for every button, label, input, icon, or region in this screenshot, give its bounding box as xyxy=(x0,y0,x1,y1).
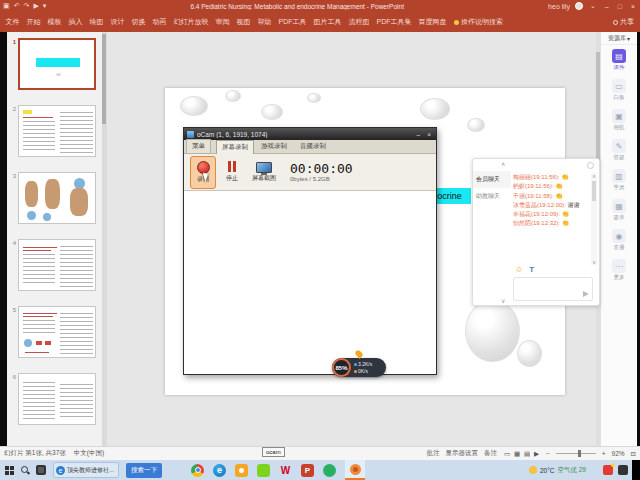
zoom-slider[interactable] xyxy=(556,453,596,454)
slide-1-preview[interactable] xyxy=(18,38,96,90)
thumbnail-slide-4[interactable]: 4 xyxy=(7,239,106,291)
ocam-window[interactable]: oCam (1, 6, 1919, 1074) – × 菜单 屏幕录制 游戏录制… xyxy=(183,127,437,375)
thumbnail-slide-6[interactable]: 6 xyxy=(7,373,106,425)
sidebar-item-more[interactable]: ⋯ 更多 xyxy=(601,255,637,285)
comments-toggle[interactable]: 批注 xyxy=(427,449,440,458)
tab-assistant-chat[interactable]: 助教聊天 xyxy=(473,188,511,205)
normal-view-icon[interactable]: ▭ xyxy=(504,450,510,457)
slideshow-view-icon[interactable]: ▶ xyxy=(534,450,539,457)
reading-view-icon[interactable]: ▤ xyxy=(524,450,530,457)
tab-insert[interactable]: 插入 xyxy=(65,15,86,29)
chat-input[interactable] xyxy=(513,277,593,301)
zoom-in-button[interactable]: + xyxy=(602,450,606,457)
orange-app-icon[interactable] xyxy=(235,464,248,477)
edge-icon[interactable]: e xyxy=(213,464,226,477)
undo-icon[interactable]: ↶ xyxy=(14,2,20,10)
green-app-icon[interactable] xyxy=(257,464,270,477)
tell-me-search[interactable]: 操作说明搜索 xyxy=(454,17,503,27)
tab-pdf-tools[interactable]: PDF工具 xyxy=(275,15,310,29)
speed-ball-widget[interactable]: 85% 3.2K/s 0K/s xyxy=(332,358,386,377)
browser-taskbar-button[interactable]: e 顶尖教师进修社... xyxy=(53,462,119,478)
tab-template[interactable]: 模板 xyxy=(44,15,65,29)
screen-capture-button[interactable]: 屏幕截图 xyxy=(248,156,280,189)
powerpoint-icon[interactable]: P xyxy=(301,464,314,477)
thumbnail-scrollbar[interactable] xyxy=(102,32,106,446)
task-view-icon[interactable] xyxy=(36,465,46,475)
close-button[interactable]: × xyxy=(629,3,637,10)
restore-button[interactable]: □ xyxy=(616,3,624,10)
ribbon-display-options-icon[interactable]: ⌄ xyxy=(588,2,598,10)
tab-slideshow[interactable]: 幻灯片放映 xyxy=(170,15,212,29)
ocam-close-button[interactable]: × xyxy=(425,131,433,138)
account-name[interactable]: heo lily xyxy=(548,3,570,10)
sidebar-item-students[interactable]: ▥ 学员 xyxy=(601,165,637,195)
start-button[interactable] xyxy=(5,466,14,475)
collapse-down-icon[interactable]: ∨ xyxy=(501,297,505,304)
avatar[interactable] xyxy=(575,2,583,10)
sidebar-item-whiteboard[interactable]: ▭ 白板 xyxy=(601,75,637,105)
stop-button[interactable]: 停止 xyxy=(222,156,242,189)
search-now-button[interactable]: 搜索一下 xyxy=(126,463,162,478)
display-settings-button[interactable]: 显示器设置 xyxy=(446,449,479,458)
slide-sorter-icon[interactable]: ▦ xyxy=(514,450,520,457)
sidebar-item-camera[interactable]: ▣ 相机 xyxy=(601,105,637,135)
tab-review[interactable]: 审阅 xyxy=(212,15,233,29)
sidebar-item-quiz[interactable]: ✎ 答题 xyxy=(601,135,637,165)
emoji-icon[interactable]: ☺ xyxy=(515,265,523,274)
notes-toggle[interactable]: 备注 xyxy=(484,449,497,458)
ocam-tab-audio-record[interactable]: 音频录制 xyxy=(294,139,332,153)
thumbnail-slide-5[interactable]: 5 xyxy=(7,306,106,358)
ocam-menu-button[interactable]: 菜单 xyxy=(186,139,211,153)
scroll-down-icon[interactable]: ∨ xyxy=(591,259,597,265)
chat-scrollbar[interactable]: ∧ ∨ xyxy=(591,173,597,265)
scroll-up-icon[interactable]: ∧ xyxy=(592,173,596,179)
wps-icon[interactable]: W xyxy=(279,464,292,477)
chat-message-list[interactable]: 梅丽丽(19:11:56): 👏 蚂蚁(19:11:56): 👏 千禧(19:1… xyxy=(513,173,589,265)
zoom-out-button[interactable]: − xyxy=(546,450,550,457)
weather-widget[interactable]: 20°C 空气优 29 xyxy=(529,466,586,475)
tab-animations[interactable]: 动画 xyxy=(149,15,170,29)
slide-4-preview[interactable] xyxy=(18,239,96,291)
save-icon[interactable]: ▣ xyxy=(3,2,10,10)
slide-6-preview[interactable] xyxy=(18,373,96,425)
slide-2-preview[interactable] xyxy=(18,105,96,157)
tab-help[interactable]: 帮助 xyxy=(254,15,275,29)
slide-3-preview[interactable] xyxy=(18,172,96,224)
send-icon[interactable] xyxy=(583,291,589,297)
tab-draw[interactable]: 绘图 xyxy=(86,15,107,29)
collapse-up-icon[interactable]: ∧ xyxy=(501,160,505,167)
slideshow-icon[interactable]: ▶ xyxy=(33,2,38,10)
resource-library-dropdown[interactable]: 资源库 ▾ xyxy=(601,32,637,45)
thumbnail-slide-1[interactable]: 1 xyxy=(7,38,106,90)
search-icon[interactable] xyxy=(21,466,29,474)
tab-baidu-netdisk[interactable]: 百度网盘 xyxy=(415,15,450,29)
tab-home[interactable]: 开始 xyxy=(23,15,44,29)
tab-pdf-toolset[interactable]: PDF工具集 xyxy=(373,15,415,29)
notification-icon-dark[interactable] xyxy=(618,465,628,475)
tab-view[interactable]: 视图 xyxy=(233,15,254,29)
ocam-tab-screen-record[interactable]: 屏幕录制 xyxy=(216,140,254,154)
notification-icon-red[interactable] xyxy=(603,465,613,475)
redo-icon[interactable]: ↷ xyxy=(24,2,30,10)
minimize-button[interactable]: – xyxy=(603,3,611,10)
chat-settings-icon[interactable] xyxy=(587,162,594,169)
sidebar-item-courseware[interactable]: ▤ 课件 xyxy=(601,45,637,75)
thumbnail-slide-2[interactable]: 2 xyxy=(7,105,106,157)
sidebar-item-question-bank[interactable]: ▦ 题库 xyxy=(601,195,637,225)
text-format-icon[interactable]: T xyxy=(529,265,534,274)
record-button[interactable]: 录制 xyxy=(190,156,216,189)
tab-picture-tools[interactable]: 图片工具 xyxy=(310,15,345,29)
ocam-taskbar-button[interactable] xyxy=(345,460,365,480)
tab-flowchart[interactable]: 流程图 xyxy=(345,15,373,29)
share-button[interactable]: 共享 xyxy=(613,17,638,27)
language-indicator[interactable]: 中文(中国) xyxy=(74,449,104,458)
slide-5-preview[interactable] xyxy=(18,306,96,358)
chrome-icon[interactable] xyxy=(191,464,204,477)
ocam-tab-game-record[interactable]: 游戏录制 xyxy=(255,139,293,153)
tab-file[interactable]: 文件 xyxy=(2,15,23,29)
green-circle-app-icon[interactable] xyxy=(323,464,336,477)
tab-design[interactable]: 设计 xyxy=(107,15,128,29)
thumbnail-slide-3[interactable]: 3 xyxy=(7,172,106,224)
fit-slide-icon[interactable]: ⊡ xyxy=(631,450,636,458)
tab-member-chat[interactable]: 会员聊天 xyxy=(473,171,511,188)
